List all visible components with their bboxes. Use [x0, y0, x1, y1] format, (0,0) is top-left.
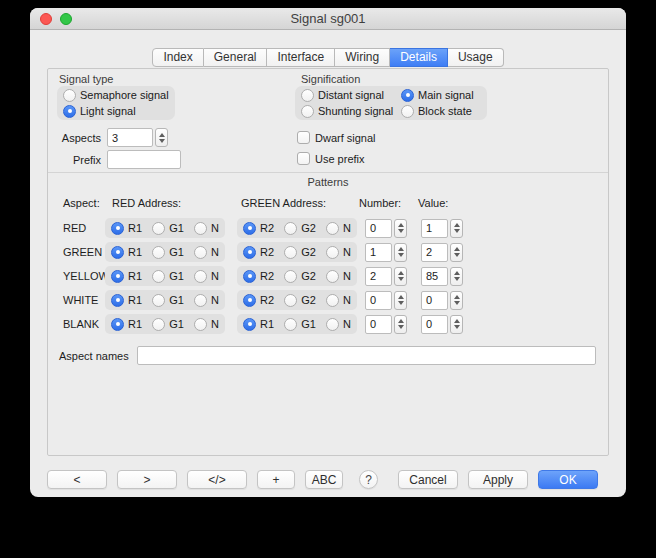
radio-label: N	[343, 294, 351, 306]
cancel-button[interactable]: Cancel	[398, 470, 458, 489]
red-value-stepper[interactable]	[450, 219, 463, 238]
stepper-up-icon	[398, 247, 404, 251]
signification-option-distant-signal[interactable]: Distant signal	[301, 88, 401, 102]
tab-index[interactable]: Index	[152, 48, 203, 67]
apply-button[interactable]: Apply	[468, 470, 528, 489]
green-number-field[interactable]: 1	[365, 243, 392, 262]
radio-icon	[326, 222, 339, 235]
yellow-green-option-g2[interactable]: G2	[284, 269, 316, 283]
white-red-option-r1[interactable]: R1	[111, 293, 142, 307]
blank-red-option-n[interactable]: N	[194, 317, 219, 331]
red-green-option-n[interactable]: N	[326, 221, 351, 235]
radio-icon	[194, 270, 207, 283]
white-red-option-n[interactable]: N	[194, 293, 219, 307]
radio-icon	[326, 294, 339, 307]
patterns-title: Patterns	[48, 176, 608, 188]
green-value-stepper[interactable]	[450, 243, 463, 262]
radio-icon	[152, 270, 165, 283]
blank-value-stepper[interactable]	[450, 315, 463, 334]
radio-label: Shunting signal	[318, 105, 393, 117]
tab-usage[interactable]: Usage	[448, 48, 504, 67]
blank-number-stepper[interactable]	[394, 315, 407, 334]
green-number-stepper[interactable]	[394, 243, 407, 262]
red-red-option-n[interactable]: N	[194, 221, 219, 235]
ok-button[interactable]: OK	[538, 470, 598, 489]
yellow-value-stepper[interactable]	[450, 267, 463, 286]
tab-general[interactable]: General	[204, 48, 268, 67]
blank-red-option-g1[interactable]: G1	[152, 317, 184, 331]
red-green-option-g2[interactable]: G2	[284, 221, 316, 235]
blank-value-field[interactable]: 0	[421, 315, 448, 334]
red-number-field[interactable]: 0	[365, 219, 392, 238]
green-value-field[interactable]: 2	[421, 243, 448, 262]
prefix-input[interactable]	[107, 150, 181, 169]
stepper-down-icon	[454, 325, 460, 329]
yellow-red-option-n[interactable]: N	[194, 269, 219, 283]
add-button[interactable]: +	[257, 470, 295, 489]
blank-green-option-n[interactable]: N	[326, 317, 351, 331]
zoom-button[interactable]	[60, 13, 72, 25]
code-button[interactable]: </>	[187, 470, 247, 489]
checkbox-use-prefix[interactable]: Use prefix	[297, 152, 376, 165]
yellow-value-field[interactable]: 85	[421, 267, 448, 286]
red-number-stepper[interactable]	[394, 219, 407, 238]
radio-icon	[243, 246, 256, 259]
yellow-number-stepper[interactable]	[394, 267, 407, 286]
checkbox-dwarf-signal[interactable]: Dwarf signal	[297, 131, 376, 144]
white-green-option-n[interactable]: N	[326, 293, 351, 307]
yellow-green-option-r2[interactable]: R2	[243, 269, 274, 283]
yellow-red-option-g1[interactable]: G1	[152, 269, 184, 283]
white-green-option-g2[interactable]: G2	[284, 293, 316, 307]
blank-number-field[interactable]: 0	[365, 315, 392, 334]
radio-label: G1	[169, 246, 184, 258]
signal-type-option-light-signal[interactable]: Light signal	[63, 104, 169, 118]
radio-label: G1	[169, 294, 184, 306]
white-red-option-g1[interactable]: G1	[152, 293, 184, 307]
green-red-option-n[interactable]: N	[194, 245, 219, 259]
titlebar[interactable]: Signal sg001	[30, 8, 626, 30]
green-green-option-r2[interactable]: R2	[243, 245, 274, 259]
white-number-field[interactable]: 0	[365, 291, 392, 310]
red-green-option-r2[interactable]: R2	[243, 221, 274, 235]
signification-option-shunting-signal[interactable]: Shunting signal	[301, 104, 401, 118]
white-green-option-r2[interactable]: R2	[243, 293, 274, 307]
stepper-up-icon	[454, 271, 460, 275]
prefix-label: Prefix	[48, 154, 101, 166]
tab-wiring[interactable]: Wiring	[335, 48, 390, 67]
tab-interface[interactable]: Interface	[267, 48, 335, 67]
yellow-green-option-n[interactable]: N	[326, 269, 351, 283]
aspects-field[interactable]: 3	[107, 128, 153, 147]
red-value-field[interactable]: 1	[421, 219, 448, 238]
footer-left-buttons: <></>+ABC?	[47, 470, 378, 489]
aspect-names-input[interactable]	[137, 346, 596, 365]
section-divider	[48, 172, 608, 173]
blank-green-option-g1[interactable]: G1	[284, 317, 316, 331]
white-value-stepper[interactable]	[450, 291, 463, 310]
tab-details[interactable]: Details	[390, 48, 448, 67]
signification-option-main-signal[interactable]: Main signal	[401, 88, 481, 102]
prev-button[interactable]: <	[47, 470, 107, 489]
green-red-option-g1[interactable]: G1	[152, 245, 184, 259]
radio-label: N	[211, 246, 219, 258]
green-green-option-g2[interactable]: G2	[284, 245, 316, 259]
green-red-option-r1[interactable]: R1	[111, 245, 142, 259]
yellow-number-field[interactable]: 2	[365, 267, 392, 286]
radio-label: R1	[260, 318, 274, 330]
abc-button[interactable]: ABC	[305, 470, 343, 489]
signification-option-block-state[interactable]: Block state	[401, 104, 481, 118]
white-number-stepper[interactable]	[394, 291, 407, 310]
red-red-option-r1[interactable]: R1	[111, 221, 142, 235]
red-red-option-g1[interactable]: G1	[152, 221, 184, 235]
close-button[interactable]	[40, 13, 52, 25]
aspects-stepper[interactable]	[155, 128, 168, 147]
green-green-option-n[interactable]: N	[326, 245, 351, 259]
white-value-field[interactable]: 0	[421, 291, 448, 310]
blank-red-option-r1[interactable]: R1	[111, 317, 142, 331]
blank-green-option-r1[interactable]: R1	[243, 317, 274, 331]
help-button[interactable]: ?	[359, 470, 378, 489]
signal-type-option-semaphore-signal[interactable]: Semaphore signal	[63, 88, 169, 102]
next-button[interactable]: >	[117, 470, 177, 489]
stepper-up-icon	[454, 319, 460, 323]
radio-label: N	[343, 318, 351, 330]
yellow-red-option-r1[interactable]: R1	[111, 269, 142, 283]
